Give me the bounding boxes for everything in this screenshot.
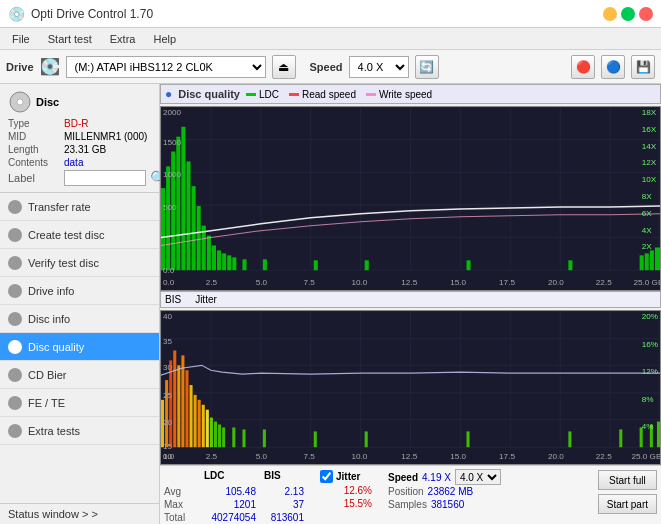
sidebar-item-extra-tests[interactable]: Extra tests [0, 417, 159, 445]
maximize-button[interactable] [621, 7, 635, 21]
disc-length-value: 23.31 GB [64, 144, 106, 155]
ldc-avg: 105.48 [204, 486, 256, 497]
verify-test-disc-label: Verify test disc [28, 257, 99, 269]
svg-rect-104 [232, 427, 235, 447]
sidebar-item-drive-info[interactable]: Drive info [0, 277, 159, 305]
stats-col-labels: Avg Max Total [164, 470, 196, 523]
svg-text:15.0: 15.0 [450, 278, 466, 287]
upper-chart-svg: 2000 1500 1000 500 0.0 18X 16X 14X 12X 1… [161, 107, 660, 290]
svg-text:12.5: 12.5 [401, 278, 417, 287]
minimize-button[interactable] [603, 7, 617, 21]
start-part-button[interactable]: Start part [598, 494, 657, 514]
status-window-button[interactable]: Status window > > [0, 503, 159, 524]
extra-tests-icon [8, 424, 22, 438]
jitter-checkbox[interactable] [320, 470, 333, 483]
bis-header: BIS [264, 470, 304, 484]
menu-file[interactable]: File [4, 31, 38, 47]
window-controls [603, 7, 653, 21]
svg-rect-98 [202, 405, 205, 447]
svg-text:15.0: 15.0 [450, 452, 466, 461]
svg-rect-107 [314, 431, 317, 447]
svg-text:8X: 8X [642, 192, 653, 201]
svg-text:20: 20 [163, 418, 173, 427]
svg-rect-96 [194, 395, 197, 447]
status-window-label: Status window > > [8, 508, 98, 520]
jitter-legend-label: Jitter [195, 294, 217, 305]
svg-rect-44 [655, 247, 660, 270]
menu-start-test[interactable]: Start test [40, 31, 100, 47]
cd-bier-icon [8, 368, 22, 382]
sidebar-item-disc-info[interactable]: Disc info [0, 305, 159, 333]
disc-mid-value: MILLENMR1 (000) [64, 131, 147, 142]
disc-type-value: BD-R [64, 118, 88, 129]
start-full-button[interactable]: Start full [598, 470, 657, 490]
disc-info-label: Disc info [28, 313, 70, 325]
svg-text:500: 500 [163, 203, 177, 212]
disc-length-label: Length [8, 144, 60, 155]
legend-ldc: LDC [246, 89, 279, 100]
fe-te-label: FE / TE [28, 397, 65, 409]
save-button[interactable]: 💾 [631, 55, 655, 79]
svg-text:8%: 8% [642, 395, 654, 404]
action-buttons: Start full Start part [598, 470, 657, 514]
eject-button[interactable]: ⏏ [272, 55, 296, 79]
svg-point-1 [17, 99, 23, 105]
content-area: ● Disc quality LDC Read speed Write spee… [160, 84, 661, 524]
jitter-header: Jitter [336, 471, 360, 482]
sidebar-item-create-test-disc[interactable]: Create test disc [0, 221, 159, 249]
sidebar-item-fe-te[interactable]: FE / TE [0, 389, 159, 417]
svg-text:20.0: 20.0 [548, 278, 564, 287]
svg-rect-35 [242, 259, 246, 270]
stats-col-speed: Speed 4.19 X 4.0 X Position 23862 MB Sam… [388, 470, 501, 510]
svg-text:25.0 GB: 25.0 GB [631, 452, 660, 461]
disc-label-input[interactable] [64, 170, 146, 186]
svg-text:6X: 6X [642, 209, 653, 218]
transfer-rate-icon [8, 200, 22, 214]
sidebar-item-cd-bier[interactable]: CD Bier [0, 361, 159, 389]
svg-rect-42 [645, 253, 649, 270]
titlebar-left: 💿 Opti Drive Control 1.70 [8, 6, 153, 22]
svg-text:20.0: 20.0 [548, 452, 564, 461]
scan-button[interactable]: 🔵 [601, 55, 625, 79]
speed-stat-selector[interactable]: 4.0 X [455, 469, 501, 485]
refresh-button[interactable]: 🔄 [415, 55, 439, 79]
app-icon: 💿 [8, 6, 25, 22]
svg-rect-43 [650, 250, 654, 270]
bis-avg: 2.13 [264, 486, 304, 497]
speed-selector[interactable]: 4.0 X [349, 56, 409, 78]
legend-read-speed: Read speed [289, 89, 356, 100]
svg-text:2.5: 2.5 [206, 278, 218, 287]
sidebar-item-transfer-rate[interactable]: Transfer rate [0, 193, 159, 221]
disc-type-row: Type BD-R [8, 118, 151, 129]
svg-rect-102 [218, 425, 221, 448]
burn-button[interactable]: 🔴 [571, 55, 595, 79]
drive-selector[interactable]: (M:) ATAPI iHBS112 2 CL0K [66, 56, 266, 78]
svg-rect-27 [197, 206, 201, 270]
svg-rect-93 [181, 355, 184, 447]
svg-rect-39 [467, 260, 471, 270]
sidebar-item-verify-test-disc[interactable]: Verify test disc [0, 249, 159, 277]
ldc-total: 40274054 [204, 512, 256, 523]
disc-icon [8, 90, 32, 114]
svg-text:14X: 14X [642, 142, 657, 151]
legend-write-speed-label: Write speed [379, 89, 432, 100]
svg-rect-25 [186, 161, 190, 270]
sidebar-item-disc-quality[interactable]: Disc quality [0, 333, 159, 361]
extra-tests-label: Extra tests [28, 425, 80, 437]
legend-write-speed: Write speed [366, 89, 432, 100]
svg-rect-94 [185, 370, 188, 447]
disc-contents-label: Contents [8, 157, 60, 168]
svg-rect-31 [217, 250, 221, 270]
app-title: Opti Drive Control 1.70 [31, 7, 153, 21]
svg-rect-30 [212, 245, 216, 270]
drive-info-icon [8, 284, 22, 298]
menu-extra[interactable]: Extra [102, 31, 144, 47]
svg-text:16X: 16X [642, 125, 657, 134]
svg-text:12%: 12% [642, 367, 658, 376]
speed-stat-value: 4.19 X [422, 472, 451, 483]
create-test-disc-icon [8, 228, 22, 242]
svg-rect-114 [657, 422, 660, 448]
menu-help[interactable]: Help [145, 31, 184, 47]
ldc-header: LDC [204, 470, 256, 484]
close-button[interactable] [639, 7, 653, 21]
